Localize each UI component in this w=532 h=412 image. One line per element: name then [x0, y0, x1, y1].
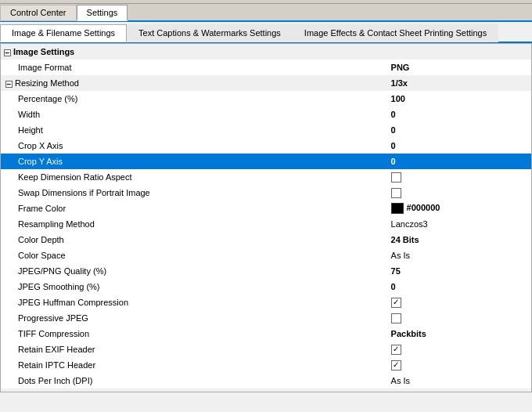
tab-image-effects[interactable]: Image Effects & Contact Sheet Printing S… [293, 24, 498, 42]
color-swatch[interactable] [391, 203, 404, 214]
section-label-text: Image Settings [13, 47, 74, 56]
row-color[interactable]: #000000 [388, 201, 531, 216]
table-row[interactable]: Swap Dimensions if Portrait Image [1, 185, 531, 201]
checkbox[interactable] [391, 345, 401, 355]
top-tab-bar: Control Center Settings [0, 4, 532, 22]
section-sub-value: 1/3x [388, 75, 531, 91]
table-row[interactable]: Crop X Axis0 [1, 138, 531, 154]
row-label: Swap Dimensions if Portrait Image [1, 185, 388, 201]
checkbox[interactable] [391, 298, 401, 308]
tab-image-filename[interactable]: Image & Filename Settings [0, 24, 127, 42]
table-row[interactable]: Frame Color#000000 [1, 201, 531, 216]
row-label: Crop X Axis [1, 138, 388, 154]
table-row[interactable]: Percentage (%)100 [1, 91, 531, 107]
table-row[interactable]: Progressive JPEG [1, 310, 531, 326]
color-value: #000000 [407, 203, 440, 212]
row-label: Percentage (%) [1, 91, 388, 107]
row-value: 100 [388, 91, 531, 107]
row-value: 24 Bits [388, 232, 531, 248]
row-label: Keep Dimension Ratio Aspect [1, 169, 388, 185]
row-label: Resampling Method [1, 216, 388, 232]
section-sub-label: −Set Background Color (From PNG/GIF) [1, 389, 388, 392]
row-label: Progressive JPEG [1, 310, 388, 326]
row-value: 0 [388, 138, 531, 154]
row-value: PNG [388, 60, 531, 75]
table-row[interactable]: −Resizing Method1/3x [1, 75, 531, 91]
row-label: Image Format [1, 60, 388, 75]
table-row[interactable]: Resampling MethodLanczos3 [1, 216, 531, 232]
row-label: JPEG Smoothing (%) [1, 279, 388, 295]
checkbox[interactable] [391, 313, 401, 323]
tab-text-captions[interactable]: Text Captions & Watermarks Settings [127, 24, 293, 42]
table-row[interactable]: Retain IPTC Header [1, 357, 531, 373]
table-row[interactable]: JPEG Huffman Compression [1, 295, 531, 310]
checkbox[interactable] [391, 188, 401, 198]
tab-settings[interactable]: Settings [77, 5, 128, 21]
row-checkbox[interactable] [388, 310, 531, 326]
row-label: Color Space [1, 248, 388, 263]
settings-tab-bar: Image & Filename Settings Text Captions … [0, 22, 532, 43]
table-row[interactable]: Color SpaceAs Is [1, 248, 531, 263]
content-area: −Image SettingsImage FormatPNG−Resizing … [0, 43, 532, 392]
checkbox[interactable] [391, 360, 401, 370]
row-value: As Is [388, 373, 531, 389]
row-value: 0 [388, 279, 531, 295]
checkbox[interactable] [391, 392, 401, 392]
row-value: 0 [388, 122, 531, 138]
table-row[interactable]: Retain EXIF Header [1, 342, 531, 357]
table-row[interactable]: JPEG Smoothing (%)0 [1, 279, 531, 295]
table-row[interactable]: Keep Dimension Ratio Aspect [1, 169, 531, 185]
row-value: Packbits [388, 326, 531, 342]
row-value: 0 [388, 154, 531, 169]
tab-control-center[interactable]: Control Center [0, 5, 77, 21]
table-row[interactable]: Color Depth24 Bits [1, 232, 531, 248]
table-row[interactable]: JPEG/PNG Quality (%)75 [1, 263, 531, 279]
row-value: Lanczos3 [388, 216, 531, 232]
row-checkbox[interactable] [388, 342, 531, 357]
section-sub-label: −Resizing Method [1, 75, 388, 91]
collapse-icon[interactable]: − [5, 81, 13, 88]
row-value: As Is [388, 248, 531, 263]
row-label: Crop Y Axis [1, 154, 388, 169]
row-label: Frame Color [1, 201, 388, 216]
table-row[interactable]: Dots Per Inch (DPI)As Is [1, 373, 531, 389]
row-checkbox[interactable] [388, 169, 531, 185]
section-header-label: −Image Settings [1, 44, 531, 60]
row-checkbox[interactable] [388, 357, 531, 373]
row-label: Width [1, 107, 388, 122]
table-row[interactable]: −Image Settings [1, 44, 531, 60]
table-row[interactable]: Width0 [1, 107, 531, 122]
row-checkbox[interactable] [388, 185, 531, 201]
row-label: Retain IPTC Header [1, 357, 388, 373]
table-row[interactable]: TIFF CompressionPackbits [1, 326, 531, 342]
section-sub-checkbox[interactable] [388, 389, 531, 392]
row-label: JPEG/PNG Quality (%) [1, 263, 388, 279]
checkbox[interactable] [391, 172, 401, 183]
row-label: Retain EXIF Header [1, 342, 388, 357]
row-label: JPEG Huffman Compression [1, 295, 388, 310]
table-row[interactable]: Height0 [1, 122, 531, 138]
table-row[interactable]: Crop Y Axis0 [1, 154, 531, 169]
row-value: 0 [388, 107, 531, 122]
table-row[interactable]: Image FormatPNG [1, 60, 531, 75]
table-row[interactable]: −Set Background Color (From PNG/GIF) [1, 389, 531, 392]
settings-table: −Image SettingsImage FormatPNG−Resizing … [1, 44, 531, 392]
row-value: 75 [388, 263, 531, 279]
row-label: TIFF Compression [1, 326, 388, 342]
collapse-icon[interactable]: − [4, 49, 11, 56]
row-label: Color Depth [1, 232, 388, 248]
row-label: Dots Per Inch (DPI) [1, 373, 388, 389]
row-checkbox[interactable] [388, 295, 531, 310]
row-label: Height [1, 122, 388, 138]
